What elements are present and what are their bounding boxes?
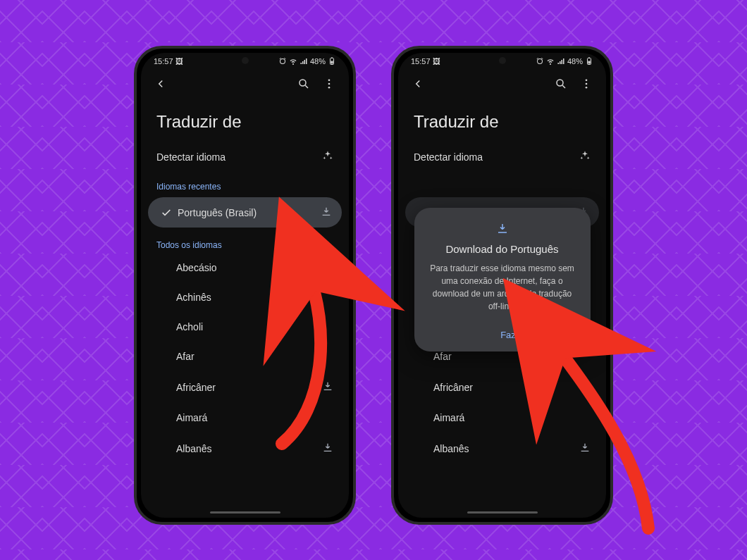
stage: 15:57 🖼 48% <box>0 0 747 560</box>
status-bar: 15:57 🖼 48% <box>141 53 349 67</box>
check-icon <box>158 207 175 218</box>
list-item[interactable]: Africâner <box>141 371 349 403</box>
language-label: Abecásio <box>173 262 333 273</box>
more-button[interactable] <box>319 74 339 94</box>
list-item[interactable]: Aimará <box>141 403 349 433</box>
language-label: Albanês <box>173 443 322 454</box>
svg-point-4 <box>328 79 331 81</box>
back-button[interactable] <box>151 74 171 94</box>
phone-right: 15:57 🖼 48% Traduzir de Detectar idioma <box>391 46 613 525</box>
phone-left: 15:57 🖼 48% <box>134 46 356 525</box>
download-icon <box>428 222 576 237</box>
search-button[interactable] <box>294 74 314 94</box>
recent-language-row[interactable]: Português (Brasil) <box>148 197 342 228</box>
recent-language-label: Português (Brasil) <box>175 207 321 218</box>
detect-language-row[interactable]: Detectar idioma <box>141 142 349 172</box>
detect-language-label: Detectar idioma <box>156 151 226 163</box>
language-label: Acholi <box>173 321 333 332</box>
wifi-icon <box>289 57 297 66</box>
language-label: Africâner <box>173 382 322 393</box>
dialog-body: Para traduzir esse idioma mesmo sem uma … <box>428 262 576 313</box>
dialog-backdrop[interactable]: Download do Português Para traduzir esse… <box>398 53 606 518</box>
svg-rect-2 <box>331 58 333 58</box>
download-icon[interactable] <box>321 206 332 219</box>
language-label: Aimará <box>173 412 333 423</box>
status-time: 15:57 🖼 <box>154 57 183 66</box>
language-list[interactable]: Abecásio Achinês Acholi Afar Africâner <box>141 253 349 464</box>
status-right: 48% <box>278 57 336 66</box>
download-icon[interactable] <box>322 380 333 394</box>
list-item[interactable]: Abecásio <box>141 253 349 282</box>
signal-icon <box>300 57 308 66</box>
language-label: Afar <box>173 351 333 362</box>
battery-text: 48% <box>310 57 326 66</box>
alarm-icon <box>278 57 287 66</box>
download-icon[interactable] <box>322 442 333 455</box>
recent-section-label: Idiomas recentes <box>141 172 349 194</box>
all-section-label: Todos os idiomas <box>141 230 349 253</box>
list-item[interactable]: Acholi <box>141 312 349 342</box>
app-bar <box>141 67 349 98</box>
list-item[interactable]: Albanês <box>141 433 349 464</box>
gesture-bar <box>210 511 280 514</box>
dialog-confirm-button[interactable]: Fazer o download <box>428 325 576 342</box>
list-item[interactable]: Afar <box>141 342 349 371</box>
svg-rect-1 <box>331 61 333 64</box>
svg-point-3 <box>300 80 306 86</box>
dialog-title: Download do Português <box>428 243 576 255</box>
screen-right: 15:57 🖼 48% Traduzir de Detectar idioma <box>398 53 606 518</box>
svg-point-6 <box>328 87 331 89</box>
page-title: Traduzir de <box>141 98 349 142</box>
download-dialog: Download do Português Para traduzir esse… <box>414 208 591 351</box>
screen-left: 15:57 🖼 48% <box>141 53 349 518</box>
sparkle-icon <box>322 150 333 163</box>
svg-point-5 <box>328 83 331 85</box>
battery-icon <box>328 57 336 66</box>
list-item[interactable]: Achinês <box>141 282 349 312</box>
language-label: Achinês <box>173 292 333 303</box>
